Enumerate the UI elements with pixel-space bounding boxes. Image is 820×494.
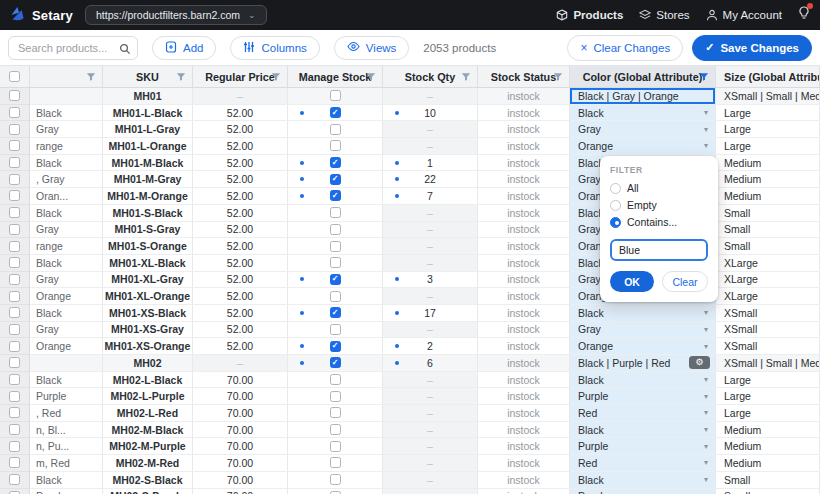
- chevron-down-icon[interactable]: ▾: [704, 342, 708, 351]
- cell-color[interactable]: Orange▾: [570, 138, 716, 155]
- add-button[interactable]: Add: [152, 36, 216, 60]
- cell-color[interactable]: Red▾: [570, 405, 716, 422]
- filter-funnel-icon[interactable]: [461, 72, 471, 84]
- chevron-down-icon[interactable]: ▾: [704, 325, 708, 334]
- cell-sku[interactable]: MH01-M-Orange: [103, 188, 193, 205]
- manage-stock-checkbox[interactable]: [330, 241, 341, 252]
- row-checkbox[interactable]: [9, 90, 20, 101]
- cell-stock-status[interactable]: instock: [478, 188, 570, 205]
- cell-regular-price[interactable]: 70.00: [193, 405, 288, 422]
- cell-stock-qty[interactable]: 2: [383, 338, 478, 355]
- chevron-down-icon[interactable]: ▾: [704, 375, 708, 384]
- row-checkbox[interactable]: [9, 140, 20, 151]
- cell-size[interactable]: Small: [716, 238, 820, 255]
- chevron-down-icon[interactable]: ▾: [704, 425, 708, 434]
- manage-stock-checkbox[interactable]: [330, 307, 341, 318]
- cell-stock-status[interactable]: instock: [478, 205, 570, 222]
- filter-option-contains[interactable]: Contains...: [610, 216, 708, 228]
- filter-funnel-icon[interactable]: [86, 72, 96, 84]
- filter-funnel-icon[interactable]: [271, 72, 281, 84]
- cell-regular-price[interactable]: 70.00: [193, 489, 288, 494]
- cell-size[interactable]: XLarge: [716, 272, 820, 289]
- cell-regular-price[interactable]: 70.00: [193, 388, 288, 405]
- cell-regular-price[interactable]: 70.00: [193, 472, 288, 489]
- row-checkbox[interactable]: [9, 324, 20, 335]
- cell-stock-qty[interactable]: 22: [383, 171, 478, 188]
- row-checkbox[interactable]: [9, 207, 20, 218]
- chevron-down-icon[interactable]: ▾: [704, 408, 708, 417]
- cell-name[interactable]: Oran...: [30, 188, 103, 205]
- cell-size[interactable]: XSmall | Small | Medium | Large | XLarge: [716, 88, 820, 105]
- cell-name[interactable]: Black: [30, 155, 103, 172]
- cell-name[interactable]: [30, 355, 103, 372]
- cell-size[interactable]: Small: [716, 222, 820, 239]
- manage-stock-checkbox[interactable]: [330, 124, 341, 135]
- radio-button[interactable]: [610, 200, 621, 211]
- cell-stock-status[interactable]: instock: [478, 155, 570, 172]
- cell-regular-price[interactable]: 70.00: [193, 438, 288, 455]
- views-button[interactable]: Views: [334, 36, 409, 60]
- cell-sku[interactable]: MH01-S-Black: [103, 205, 193, 222]
- cell-regular-price[interactable]: 70.00: [193, 455, 288, 472]
- manage-stock-checkbox[interactable]: [330, 157, 341, 168]
- cell-size[interactable]: Medium: [716, 422, 820, 439]
- cell-regular-price[interactable]: 52.00: [193, 138, 288, 155]
- cell-stock-qty[interactable]: 1: [383, 155, 478, 172]
- cell-regular-price[interactable]: 52.00: [193, 155, 288, 172]
- manage-stock-checkbox[interactable]: [330, 257, 341, 268]
- cell-regular-price[interactable]: 52.00: [193, 255, 288, 272]
- cell-size[interactable]: XSmall: [716, 322, 820, 339]
- row-checkbox[interactable]: [9, 174, 20, 185]
- manage-stock-checkbox[interactable]: [330, 441, 341, 452]
- cell-sku[interactable]: MH01-S-Orange: [103, 238, 193, 255]
- filter-funnel-icon[interactable]: [366, 72, 376, 84]
- notifications-button[interactable]: [798, 6, 810, 24]
- cell-sku[interactable]: MH02-M-Purple: [103, 438, 193, 455]
- manage-stock-checkbox[interactable]: [330, 391, 341, 402]
- cell-size[interactable]: Large: [716, 388, 820, 405]
- select-all-checkbox[interactable]: [9, 71, 20, 82]
- cell-size[interactable]: Large: [716, 121, 820, 138]
- row-checkbox[interactable]: [9, 257, 20, 268]
- row-checkbox[interactable]: [9, 357, 20, 368]
- row-checkbox[interactable]: [9, 457, 20, 468]
- cell-color[interactable]: Red▾: [570, 455, 716, 472]
- cell-name[interactable]: n, Pu...: [30, 438, 103, 455]
- cell-sku[interactable]: MH02: [103, 355, 193, 372]
- filter-ok-button[interactable]: OK: [610, 271, 654, 292]
- cell-stock-status[interactable]: instock: [478, 305, 570, 322]
- cell-size[interactable]: Medium: [716, 188, 820, 205]
- chevron-down-icon[interactable]: ▾: [704, 108, 708, 117]
- cell-sku[interactable]: MH01-XL-Gray: [103, 272, 193, 289]
- cell-stock-status[interactable]: instock: [478, 355, 570, 372]
- cell-color[interactable]: Black | Gray | Orange: [570, 88, 716, 105]
- cell-color[interactable]: Black▾: [570, 305, 716, 322]
- filter-funnel-icon[interactable]: [553, 72, 563, 84]
- cell-color[interactable]: Black▾: [570, 105, 716, 122]
- cell-color[interactable]: Black▾: [570, 472, 716, 489]
- cell-name[interactable]: Black: [30, 472, 103, 489]
- chevron-down-icon[interactable]: ▾: [704, 392, 708, 401]
- cell-regular-price[interactable]: 52.00: [193, 171, 288, 188]
- manage-stock-checkbox[interactable]: [330, 207, 341, 218]
- cell-regular-price[interactable]: 70.00: [193, 372, 288, 389]
- cell-name[interactable]: Black: [30, 255, 103, 272]
- cell-size[interactable]: Medium: [716, 438, 820, 455]
- cell-stock-status[interactable]: instock: [478, 388, 570, 405]
- filter-option-all[interactable]: All: [610, 182, 708, 194]
- cell-stock-status[interactable]: instock: [478, 255, 570, 272]
- cell-name[interactable]: Black: [30, 372, 103, 389]
- cell-regular-price[interactable]: 52.00: [193, 205, 288, 222]
- chevron-down-icon[interactable]: ▾: [704, 458, 708, 467]
- cell-size[interactable]: XLarge: [716, 288, 820, 305]
- cell-stock-status[interactable]: instock: [478, 489, 570, 494]
- cell-size[interactable]: Medium: [716, 455, 820, 472]
- manage-stock-checkbox[interactable]: [330, 190, 341, 201]
- cell-color[interactable]: Purple▾: [570, 438, 716, 455]
- cell-sku[interactable]: MH01-L-Orange: [103, 138, 193, 155]
- cell-stock-status[interactable]: instock: [478, 438, 570, 455]
- cell-sku[interactable]: MH01-XS-Black: [103, 305, 193, 322]
- cell-stock-qty[interactable]: 3: [383, 272, 478, 289]
- manage-stock-checkbox[interactable]: [330, 407, 341, 418]
- cell-sku[interactable]: MH01-XS-Gray: [103, 322, 193, 339]
